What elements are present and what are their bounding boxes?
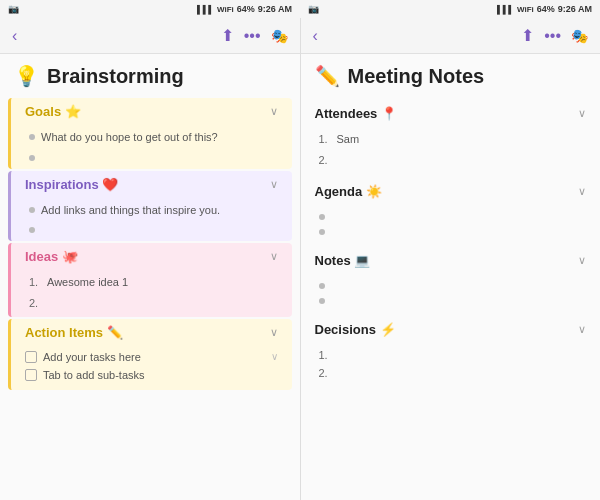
ideas-title: Ideas 🐙: [25, 249, 78, 264]
right-battery: 64%: [537, 4, 555, 14]
goals-title: Goals ⭐: [25, 104, 81, 119]
right-signal-icon: ▌▌▌: [497, 5, 514, 14]
attendees-header: Attendees 📍 ∨: [301, 100, 601, 125]
left-page-title: Brainstorming: [47, 65, 184, 88]
bullet-icon: [319, 214, 325, 220]
left-page-title-area: 💡 Brainstorming: [0, 54, 300, 96]
notes-header: Notes 💻 ∨: [301, 247, 601, 272]
left-wifi-icon: WiFi: [217, 5, 234, 14]
right-user-avatar[interactable]: 🎭: [571, 28, 588, 44]
decisions-header: Decisions ⚡ ∨: [301, 316, 601, 341]
bullet-icon: [319, 298, 325, 304]
checkbox[interactable]: [25, 351, 37, 363]
agenda-chevron[interactable]: ∨: [578, 185, 586, 198]
decisions-section: Decisions ⚡ ∨ 1. 2.: [301, 316, 601, 387]
list-num: 2.: [319, 154, 331, 166]
decisions-title: Decisions ⚡: [315, 322, 396, 337]
action-item-1: Add your tasks here: [43, 351, 141, 363]
inspirations-section: Inspirations ❤️ ∨ Add links and things t…: [8, 171, 292, 242]
inspirations-item-1: Add links and things that inspire you.: [41, 202, 220, 219]
right-wifi-icon: WiFi: [517, 5, 534, 14]
attendees-section: Attendees 📍 ∨ 1. Sam 2.: [301, 100, 601, 174]
notes-chevron[interactable]: ∨: [578, 254, 586, 267]
list-item: What do you hope to get out of this?: [11, 127, 292, 148]
action-item-chevron[interactable]: ∨: [271, 351, 278, 362]
list-item: 2.: [301, 363, 601, 381]
list-item: [301, 276, 601, 291]
action-item-2: Tab to add sub-tasks: [43, 369, 145, 381]
notes-title: Notes 💻: [315, 253, 371, 268]
left-signal-icon: ▌▌▌: [197, 5, 214, 14]
list-num: 2.: [319, 367, 331, 379]
list-item: [11, 220, 292, 235]
right-back-button[interactable]: ‹: [313, 27, 318, 45]
left-battery: 64%: [237, 4, 255, 14]
inspirations-header: Inspirations ❤️ ∨: [11, 171, 292, 196]
ideas-section: Ideas 🐙 ∨ 1. Awesome idea 1 2.: [8, 243, 292, 317]
agenda-header: Agenda ☀️ ∨: [301, 178, 601, 203]
right-title-emoji: ✏️: [315, 64, 340, 88]
right-more-button[interactable]: •••: [544, 27, 561, 45]
right-time: 9:26 AM: [558, 4, 592, 14]
list-num: 1.: [29, 276, 41, 288]
left-more-button[interactable]: •••: [244, 27, 261, 45]
bullet-icon: [319, 229, 325, 235]
bullet-icon: [29, 227, 35, 233]
action-items-chevron[interactable]: ∨: [270, 326, 278, 339]
main-container: ‹ ⬆ ••• 🎭 💡 Brainstorming Goals ⭐ ∨: [0, 18, 600, 500]
goals-section: Goals ⭐ ∨ What do you hope to get out of…: [8, 98, 292, 169]
right-toolbar: ‹ ⬆ ••• 🎭: [301, 18, 601, 54]
left-panel: ‹ ⬆ ••• 🎭 💡 Brainstorming Goals ⭐ ∨: [0, 18, 301, 500]
action-items-header: Action Items ✏️ ∨: [11, 319, 292, 344]
inspirations-title: Inspirations ❤️: [25, 177, 118, 192]
list-num: 1.: [319, 349, 331, 361]
checkbox[interactable]: [25, 369, 37, 381]
list-item: 2.: [11, 293, 292, 311]
bullet-icon: [29, 134, 35, 140]
list-item: 1. Awesome idea 1: [11, 272, 292, 293]
attendees-title: Attendees 📍: [315, 106, 397, 121]
left-title-emoji: 💡: [14, 64, 39, 88]
bullet-icon: [319, 283, 325, 289]
notes-section: Notes 💻 ∨: [301, 247, 601, 312]
left-back-button[interactable]: ‹: [12, 27, 17, 45]
bullet-icon: [29, 207, 35, 213]
left-user-avatar[interactable]: 🎭: [271, 28, 288, 44]
goals-item-1: What do you hope to get out of this?: [41, 129, 218, 146]
bullet-icon: [29, 155, 35, 161]
attendees-chevron[interactable]: ∨: [578, 107, 586, 120]
goals-header: Goals ⭐ ∨: [11, 98, 292, 123]
right-share-button[interactable]: ⬆: [521, 26, 534, 45]
attendees-item-1: Sam: [337, 131, 360, 148]
agenda-section: Agenda ☀️ ∨: [301, 178, 601, 243]
right-camera-icon: 📷: [308, 4, 319, 14]
list-item: [301, 207, 601, 222]
ideas-chevron[interactable]: ∨: [270, 250, 278, 263]
list-num: 1.: [319, 133, 331, 145]
right-page-title: Meeting Notes: [348, 65, 485, 88]
left-share-button[interactable]: ⬆: [221, 26, 234, 45]
left-content: Goals ⭐ ∨ What do you hope to get out of…: [0, 96, 300, 500]
checkbox-item: Tab to add sub-tasks: [11, 366, 292, 384]
list-item: [11, 148, 292, 163]
list-num: 2.: [29, 297, 41, 309]
list-item: 1. Sam: [301, 129, 601, 150]
right-content: Attendees 📍 ∨ 1. Sam 2. Agen: [301, 96, 601, 500]
right-status-bar: 📷 ▌▌▌ WiFi 64% 9:26 AM: [300, 0, 600, 18]
right-page-title-area: ✏️ Meeting Notes: [301, 54, 601, 96]
left-camera-icon: 📷: [8, 4, 19, 14]
list-item: [301, 291, 601, 306]
list-item: [301, 222, 601, 237]
list-item: Add links and things that inspire you.: [11, 200, 292, 221]
decisions-chevron[interactable]: ∨: [578, 323, 586, 336]
action-items-section: Action Items ✏️ ∨ Add your tasks here ∨ …: [8, 319, 292, 390]
left-time: 9:26 AM: [258, 4, 292, 14]
ideas-item-1: Awesome idea 1: [47, 274, 128, 291]
goals-chevron[interactable]: ∨: [270, 105, 278, 118]
inspirations-chevron[interactable]: ∨: [270, 178, 278, 191]
ideas-header: Ideas 🐙 ∨: [11, 243, 292, 268]
right-panel: ‹ ⬆ ••• 🎭 ✏️ Meeting Notes Attendees 📍 ∨: [301, 18, 601, 500]
list-item: 2.: [301, 150, 601, 168]
agenda-title: Agenda ☀️: [315, 184, 382, 199]
list-item: 1.: [301, 345, 601, 363]
